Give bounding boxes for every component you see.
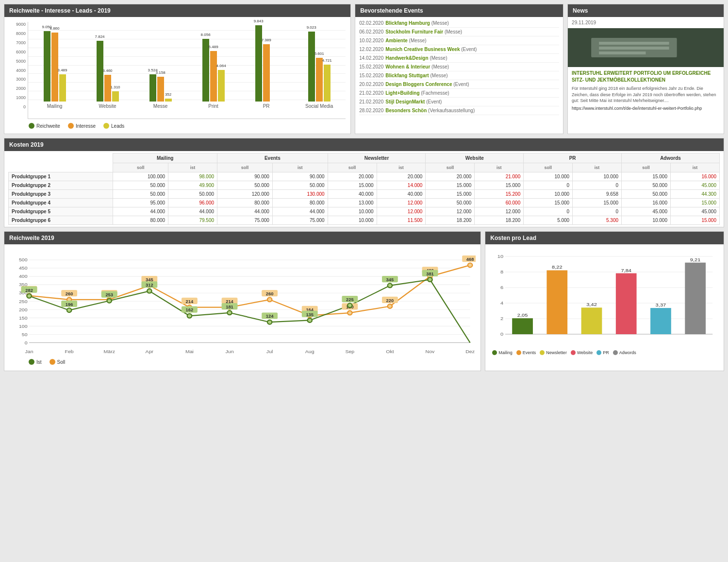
event-item: 15.02.2020Wohnen & Interieur (Messe) [359, 63, 559, 71]
svg-point-94 [267, 320, 272, 324]
svg-point-73 [468, 263, 472, 268]
svg-text:6: 6 [500, 285, 504, 290]
kosten-panel: Kosten 2019 Mailing Events Newsletter We… [4, 138, 724, 227]
legend-item: Mailing [492, 350, 513, 355]
svg-point-100 [347, 303, 352, 307]
svg-text:312: 312 [146, 283, 153, 288]
svg-point-58 [267, 297, 272, 302]
news-date: 29.11.2019 [568, 17, 724, 28]
event-item: 14.02.2020Handwerk&Design (Messe) [359, 54, 559, 63]
svg-rect-127 [616, 273, 637, 334]
col-adwords: Adwords [622, 153, 720, 163]
svg-text:196: 196 [66, 302, 73, 307]
legend-item: Website [571, 350, 593, 355]
svg-text:260: 260 [66, 291, 73, 296]
event-list: 02.02.2020Blickfang Hamburg (Messe)06.02… [355, 17, 563, 117]
svg-text:2: 2 [500, 316, 504, 321]
svg-text:200: 200 [19, 307, 28, 312]
event-item: 02.02.2020Blickfang Hamburg (Messe) [359, 19, 559, 28]
chart-legend: Reichweite Interesse Leads [9, 123, 346, 129]
svg-point-67 [388, 304, 392, 308]
svg-text:282: 282 [25, 288, 33, 293]
col-newsletter: Newsletter [328, 153, 426, 163]
kosten-title: Kosten 2019 [4, 138, 724, 151]
svg-rect-3 [599, 47, 669, 50]
svg-text:Apr: Apr [146, 349, 154, 355]
kosten-lead-panel: Kosten pro Lead 02468102,058,223,427,843… [485, 231, 724, 371]
svg-text:Dez: Dez [465, 349, 475, 355]
reichweite-chart-panel: Reichweite - Interesse - Leads - 2019 0 … [4, 4, 351, 134]
svg-point-79 [67, 308, 71, 312]
bar-chart-area: 9.0508.8603.489Mailing7.8243.4601.310Web… [28, 22, 346, 119]
svg-text:181: 181 [226, 305, 233, 309]
svg-rect-121 [513, 318, 533, 334]
legend-reichweite: Reichweite [29, 123, 60, 129]
svg-text:220: 220 [386, 298, 394, 303]
top-row: Reichweite - Interesse - Leads - 2019 0 … [4, 4, 724, 134]
news-content: INTERSTUHL ERWEITERT PORTFOLIO UM ERFOLG… [568, 67, 724, 114]
svg-text:162: 162 [186, 308, 194, 313]
dashboard: Reichweite - Interesse - Leads - 2019 0 … [0, 0, 728, 375]
col-events: Events [217, 153, 328, 163]
svg-text:50: 50 [22, 332, 28, 337]
svg-point-106 [428, 277, 432, 282]
legend-item: Newsletter [540, 350, 567, 355]
kosten-table-container: Mailing Events Newsletter Website PR Adw… [4, 151, 724, 227]
table-row: Produktgruppe 2 50.000 49.900 50.000 50.… [9, 181, 720, 190]
reichweite-2019-title: Reichweite 2019 [4, 232, 480, 244]
events-panel: Bevorstehende Events 02.02.2020Blickfang… [355, 4, 563, 134]
svg-text:Feb: Feb [65, 349, 74, 355]
kosten-table: Mailing Events Newsletter Website PR Adw… [8, 153, 720, 225]
event-item: 10.02.2020Ambiente (Messe) [359, 36, 559, 45]
svg-text:Jun: Jun [226, 349, 234, 355]
legend-ist: Ist [29, 359, 42, 365]
svg-point-88 [187, 314, 192, 318]
chart-container: 0 1000 2000 3000 4000 5000 6000 7000 800… [4, 17, 350, 134]
svg-point-97 [308, 318, 312, 323]
svg-point-82 [107, 299, 112, 303]
line-chart-container: 050100150200250300350400450500JanFebMärz… [4, 244, 480, 371]
svg-text:214: 214 [186, 299, 194, 304]
col-mailing: Mailing [113, 153, 217, 163]
legend-item: Adwords [613, 350, 636, 355]
reichweite-legend: Ist Soll [9, 359, 476, 365]
svg-text:260: 260 [266, 291, 274, 296]
table-row: Produktgruppe 1 100.000 98.000 90.000 90… [9, 172, 720, 181]
svg-text:450: 450 [19, 266, 28, 271]
legend-item: Events [516, 350, 536, 355]
svg-text:345: 345 [386, 277, 394, 282]
line-chart-svg: 050100150200250300350400450500JanFebMärz… [9, 249, 476, 356]
svg-text:2,05: 2,05 [517, 313, 528, 318]
svg-text:3,42: 3,42 [586, 302, 597, 307]
event-item: 06.02.2020Stockholm Furniture Fair (Mess… [359, 28, 559, 36]
kosten-lead-chart-svg: 02468102,058,223,427,843,379,21 [490, 249, 719, 346]
events-title: Bevorstehende Events [355, 4, 563, 17]
svg-text:8,22: 8,22 [552, 265, 563, 270]
table-row: Produktgruppe 4 95.000 96.000 80.000 80.… [9, 199, 720, 207]
event-item: 15.02.2020Blickfang Stuttgart (Messe) [359, 71, 559, 80]
svg-text:Okt: Okt [386, 349, 394, 355]
svg-point-85 [147, 289, 151, 293]
svg-text:250: 250 [19, 299, 28, 304]
svg-text:500: 500 [19, 257, 28, 263]
news-title: News [568, 4, 724, 17]
svg-text:4: 4 [500, 301, 504, 306]
reichweite-chart-title: Reichweite - Interesse - Leads - 2019 [4, 4, 350, 17]
svg-point-103 [388, 283, 392, 288]
svg-text:124: 124 [266, 314, 274, 319]
legend-leads: Leads [103, 123, 124, 129]
col-website: Website [426, 153, 524, 163]
table-row: Produktgruppe 6 80.000 79.500 75.000 75.… [9, 216, 720, 225]
news-link[interactable]: https://www.interstuhl.com/t/de-de/inter… [572, 106, 720, 111]
svg-text:468: 468 [466, 257, 474, 262]
news-headline: INTERSTUHL ERWEITERT PORTFOLIO UM ERFOLG… [572, 70, 720, 84]
bottom-row: Reichweite 2019 050100150200250300350400… [4, 231, 724, 371]
svg-text:März: März [104, 349, 115, 355]
svg-rect-2 [599, 42, 669, 45]
legend-item: PR [596, 350, 609, 355]
svg-rect-4 [599, 51, 645, 54]
svg-text:100: 100 [19, 324, 28, 329]
svg-text:Aug: Aug [305, 349, 314, 355]
svg-text:381: 381 [426, 272, 434, 276]
legend-interesse: Interesse [68, 123, 96, 129]
